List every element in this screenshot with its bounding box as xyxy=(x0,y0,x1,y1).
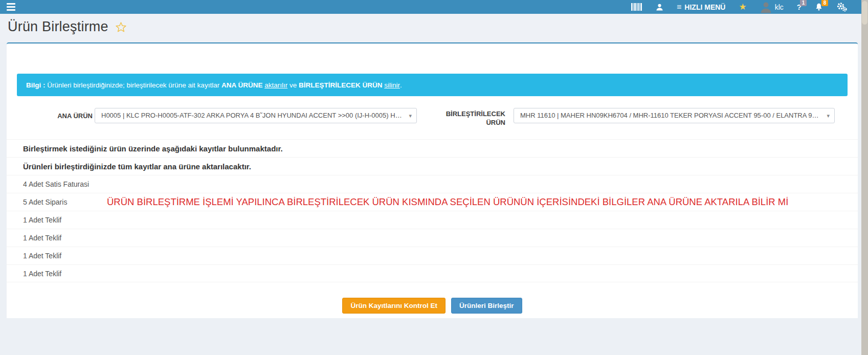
barcode-icon xyxy=(631,3,642,11)
merge-product-value: MHR 11610 | MAHER HN09KH6704 / MHR-11610… xyxy=(520,108,820,123)
merge-products-button[interactable]: Ürünleri Birleştir xyxy=(451,298,522,314)
user-account-button[interactable]: klc xyxy=(760,1,784,13)
menu-lines-icon: ≡ xyxy=(677,3,681,12)
main-product-label: ANA ÜRÜN xyxy=(27,112,93,120)
favorites-button[interactable]: ★ xyxy=(739,3,746,11)
info-banner-link-silinir: silinir xyxy=(384,81,400,89)
main-product-select[interactable]: H0005 | KLC PRO-H0005-ATF-302 ARKA PORYA… xyxy=(95,108,417,123)
merge-product-select[interactable]: MHR 11610 | MAHER HN09KH6704 / MHR-11610… xyxy=(514,108,835,123)
chevron-down-icon: ▾ xyxy=(409,108,412,123)
record-list: Birleştirmek istediğiniz ürün üzerinde a… xyxy=(7,139,858,282)
info-banner-label: Bilgi : xyxy=(26,81,46,89)
gears-icon xyxy=(836,2,847,12)
record-item: 1 Adet Teklif xyxy=(7,264,858,282)
content-box: Bilgi : Ürünleri birleştirdiğinizde; bir… xyxy=(7,42,858,318)
info-banner-text: Ürünleri birleştirdiğinizde; birleştiril… xyxy=(46,81,221,89)
settings-button[interactable] xyxy=(836,2,847,12)
record-item: 4 Adet Satis Faturasi xyxy=(7,175,858,193)
page-header: Ürün Birleştirme Kontol Paneli > Stoklar… xyxy=(0,14,861,42)
record-item: 1 Adet Teklif xyxy=(7,247,858,264)
chevron-down-icon: ▾ xyxy=(827,108,830,123)
avatar xyxy=(760,1,772,13)
record-heading: Birleştirmek istediğiniz ürün üzerinde a… xyxy=(7,139,858,157)
red-annotation-note: ÜRÜN BİRLEŞTİRME İŞLEMİ YAPILINCA BİRLEŞ… xyxy=(107,193,788,211)
star-icon: ★ xyxy=(739,3,746,11)
quick-menu-label: HIZLI MENÜ xyxy=(684,3,725,11)
username: klc xyxy=(775,3,784,11)
help-badge: 1 xyxy=(800,0,807,6)
user-icon xyxy=(656,3,663,11)
button-row: Ürün Kayıtlarını Kontrol Et Ürünleri Bir… xyxy=(7,298,858,314)
vertical-scrollbar[interactable] xyxy=(861,0,868,355)
record-item: 1 Adet Teklif xyxy=(7,229,858,247)
scrollbar-thumb[interactable] xyxy=(862,1,867,25)
quick-menu-button[interactable]: ≡ HIZLI MENÜ xyxy=(677,3,725,12)
top-navbar: ≡ HIZLI MENÜ ★ klc ? 1 8 xyxy=(0,0,861,14)
check-product-records-button[interactable]: Ürün Kayıtlarını Kontrol Et xyxy=(342,298,446,314)
navbar-right: ≡ HIZLI MENÜ ★ klc ? 1 8 xyxy=(631,1,861,13)
info-banner-bold: ANA ÜRÜNE xyxy=(221,81,263,89)
info-banner-bold: BİRLEŞTİRİLECEK ÜRÜN xyxy=(299,81,383,89)
record-heading: Ürünleri birleştirdiğinizde tüm kayıtlar… xyxy=(7,157,858,175)
notifications-button[interactable]: 8 xyxy=(815,3,823,11)
favorite-star-icon[interactable] xyxy=(115,21,127,33)
record-item: 1 Adet Teklif xyxy=(7,211,858,229)
notification-badge: 8 xyxy=(821,0,828,6)
info-banner: Bilgi : Ürünleri birleştirdiğinizde; bir… xyxy=(17,74,848,96)
user-quick-button[interactable] xyxy=(656,3,663,11)
info-banner-text: ve xyxy=(287,81,299,89)
info-banner-link-aktarilir: aktarılır xyxy=(264,81,287,89)
barcode-button[interactable] xyxy=(631,3,642,11)
main-product-value: H0005 | KLC PRO-H0005-ATF-302 ARKA PORYA… xyxy=(101,108,402,123)
page-title: Ürün Birleştirme xyxy=(8,19,108,35)
sidebar-toggle-button[interactable] xyxy=(0,0,21,14)
merge-product-label: BİRLEŞTİRİLECEK ÜRÜN xyxy=(446,109,505,127)
help-button[interactable]: ? 1 xyxy=(797,3,802,11)
